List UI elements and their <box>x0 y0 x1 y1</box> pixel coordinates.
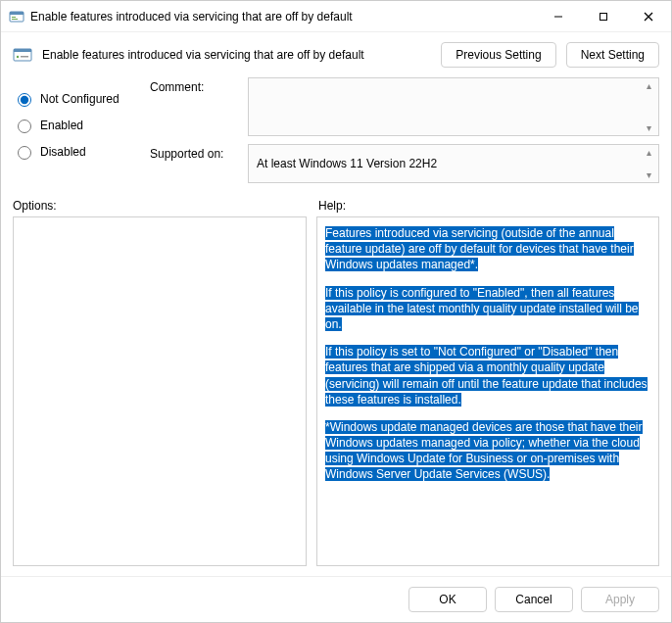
titlebar: Enable features introduced via servicing… <box>1 1 671 32</box>
supported-label: Supported on: <box>150 144 238 161</box>
config-area: Not Configured Enabled Disabled Comment:… <box>1 77 671 191</box>
scroll-down-icon[interactable]: ▾ <box>641 169 656 180</box>
close-button[interactable] <box>626 1 671 32</box>
ok-button[interactable]: OK <box>408 587 487 612</box>
help-label: Help: <box>318 199 346 213</box>
options-pane[interactable] <box>13 216 307 566</box>
help-text-p2: If this policy is configured to "Enabled… <box>325 286 639 331</box>
comment-scroll: ▴ ▾ <box>641 80 656 133</box>
maximize-button[interactable] <box>581 1 626 32</box>
cancel-button[interactable]: Cancel <box>495 587 573 612</box>
policy-icon <box>13 45 32 65</box>
next-setting-button[interactable]: Next Setting <box>566 42 659 68</box>
supported-field: At least Windows 11 Version 22H2 ▴ ▾ <box>248 144 659 183</box>
help-pane[interactable]: Features introduced via servicing (outsi… <box>316 216 659 566</box>
section-labels: Options: Help: <box>1 191 671 216</box>
scroll-down-icon[interactable]: ▾ <box>641 122 656 133</box>
radio-not-configured[interactable]: Not Configured <box>13 85 150 112</box>
scroll-up-icon[interactable]: ▴ <box>641 147 656 158</box>
radio-enabled-label: Enabled <box>40 119 83 132</box>
radio-not-configured-input[interactable] <box>18 93 31 107</box>
scroll-up-icon[interactable]: ▴ <box>641 80 656 91</box>
svg-rect-11 <box>21 56 28 58</box>
form-column: Comment: ▴ ▾ Supported on: At least Wind… <box>150 77 659 191</box>
radio-not-configured-label: Not Configured <box>40 92 120 106</box>
supported-scroll: ▴ ▾ <box>641 147 656 180</box>
footer: OK Cancel Apply <box>1 576 671 622</box>
svg-point-10 <box>17 56 19 58</box>
help-text-p4: *Windows update managed devices are thos… <box>325 420 643 482</box>
options-label: Options: <box>13 199 307 213</box>
radio-enabled[interactable]: Enabled <box>13 112 150 138</box>
supported-value: At least Windows 11 Version 22H2 <box>257 157 437 170</box>
state-radios: Not Configured Enabled Disabled <box>13 77 150 191</box>
comment-field[interactable]: ▴ ▾ <box>248 77 659 136</box>
radio-enabled-input[interactable] <box>18 120 31 133</box>
svg-rect-9 <box>14 49 31 52</box>
header: Enable features introduced via servicing… <box>1 32 671 77</box>
supported-row: Supported on: At least Windows 11 Versio… <box>150 144 659 183</box>
panes: Features introduced via servicing (outsi… <box>1 216 671 576</box>
window: Enable features introduced via servicing… <box>0 0 672 623</box>
radio-disabled-input[interactable] <box>18 146 31 160</box>
minimize-button[interactable] <box>536 1 581 32</box>
window-title: Enable features introduced via servicing… <box>30 10 536 24</box>
help-text-p1: Features introduced via servicing (outsi… <box>325 226 634 271</box>
comment-label: Comment: <box>150 77 238 94</box>
svg-rect-2 <box>12 17 16 18</box>
help-text-p3: If this policy is set to "Not Configured… <box>325 345 648 407</box>
previous-setting-button[interactable]: Previous Setting <box>441 42 555 68</box>
policy-title: Enable features introduced via servicing… <box>42 48 431 62</box>
window-controls <box>536 1 671 31</box>
app-icon <box>9 9 24 24</box>
svg-rect-3 <box>12 19 18 20</box>
radio-disabled-label: Disabled <box>40 145 86 159</box>
comment-row: Comment: ▴ ▾ <box>150 77 659 136</box>
apply-button[interactable]: Apply <box>581 587 659 612</box>
svg-rect-1 <box>10 12 24 15</box>
radio-disabled[interactable]: Disabled <box>13 138 150 165</box>
svg-rect-5 <box>600 14 607 21</box>
